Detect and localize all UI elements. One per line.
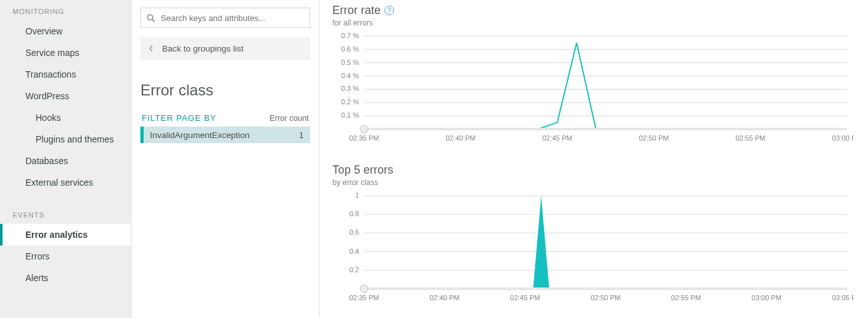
svg-text:1: 1 <box>355 191 359 199</box>
search-icon <box>146 13 156 23</box>
search-input[interactable] <box>161 13 304 23</box>
search-box[interactable] <box>140 8 310 28</box>
svg-text:02:55 PM: 02:55 PM <box>671 294 701 301</box>
chart2-ylabels: 0.20.40.60.81 <box>349 191 359 273</box>
sidebar-section-monitoring: MONITORING <box>0 1 131 20</box>
chart1-subtitle: for all errors <box>332 18 862 27</box>
error-count-label: Error count <box>269 114 309 123</box>
chart1-svg: 0.1 %0.2 %0.3 %0.4 %0.5 %0.6 %0.7 % 02:3… <box>332 31 853 146</box>
chevron-left-icon <box>148 45 154 52</box>
svg-text:03:05 PM: 03:05 PM <box>832 294 853 301</box>
svg-text:02:45 PM: 02:45 PM <box>542 134 572 142</box>
chart2-svg: 0.20.40.60.81 02:35 PM02:40 PM02:45 PM02… <box>332 191 853 305</box>
chart1-scrub-handle[interactable] <box>360 125 368 133</box>
svg-text:0.8: 0.8 <box>349 210 359 218</box>
svg-text:02:35 PM: 02:35 PM <box>349 134 379 142</box>
svg-text:02:35 PM: 02:35 PM <box>349 294 379 301</box>
back-label: Back to groupings list <box>162 44 243 53</box>
back-to-groupings-button[interactable]: Back to groupings list <box>140 37 310 60</box>
error-class-row[interactable]: InvalidArgumentException 1 <box>140 127 310 143</box>
filter-header: FILTER PAGE BY Error count <box>140 113 310 127</box>
svg-text:0.1 %: 0.1 % <box>341 111 359 119</box>
chart1-ylabels: 0.1 %0.2 %0.3 %0.4 %0.5 %0.6 %0.7 % <box>341 32 359 119</box>
sidebar-item-service-maps[interactable]: Service maps <box>0 42 131 64</box>
sidebar-item-wordpress[interactable]: WordPress <box>0 85 131 107</box>
sidebar-item-hooks[interactable]: Hooks <box>0 107 131 128</box>
chart2-xlabels: 02:35 PM02:40 PM02:45 PM02:50 PM02:55 PM… <box>349 294 853 301</box>
sidebar: MONITORING Overview Service maps Transac… <box>0 0 132 318</box>
svg-text:0.3 %: 0.3 % <box>341 85 359 92</box>
panel-title: Error class <box>140 81 310 99</box>
svg-text:0.2: 0.2 <box>349 266 359 273</box>
sidebar-item-overview[interactable]: Overview <box>0 20 131 42</box>
svg-text:03:00 PM: 03:00 PM <box>752 294 782 301</box>
sidebar-section-events: EVENTS <box>0 205 131 224</box>
chart2-grid <box>364 196 847 270</box>
filter-by-label: FILTER PAGE BY <box>142 113 217 123</box>
chart2-scrub-handle[interactable] <box>360 285 368 293</box>
chart1-xlabels: 02:35 PM02:40 PM02:45 PM02:50 PM02:55 PM… <box>349 134 853 142</box>
help-icon[interactable]: ? <box>384 6 394 15</box>
charts-panel: Error rate ? for all errors 0.1 %0.2 %0.… <box>320 0 868 318</box>
svg-text:03:00 PM: 03:00 PM <box>832 134 853 142</box>
sidebar-item-alerts[interactable]: Alerts <box>0 267 131 289</box>
chart2-title: Top 5 errors <box>332 163 393 177</box>
chart-error-rate: Error rate ? for all errors 0.1 %0.2 %0.… <box>332 4 862 146</box>
chart1-grid <box>364 36 847 116</box>
svg-text:02:50 PM: 02:50 PM <box>590 294 620 301</box>
sidebar-item-external-services[interactable]: External services <box>0 172 131 193</box>
svg-text:02:45 PM: 02:45 PM <box>510 294 540 301</box>
chart2-subtitle: by error class <box>332 178 862 187</box>
svg-text:02:55 PM: 02:55 PM <box>735 134 765 142</box>
svg-line-1 <box>152 19 154 22</box>
svg-text:0.6: 0.6 <box>349 228 359 236</box>
error-class-name: InvalidArgumentException <box>150 130 250 140</box>
svg-text:0.5 %: 0.5 % <box>341 59 359 66</box>
sidebar-item-transactions[interactable]: Transactions <box>0 64 131 85</box>
filter-panel: Back to groupings list Error class FILTE… <box>132 0 320 318</box>
sidebar-item-databases[interactable]: Databases <box>0 150 131 172</box>
chart1-title: Error rate <box>332 4 381 17</box>
svg-text:0.7 %: 0.7 % <box>341 32 359 39</box>
chart-top5-errors: Top 5 errors by error class 0.20.40.60.8… <box>332 163 862 305</box>
svg-text:02:50 PM: 02:50 PM <box>639 134 668 142</box>
chart1-series <box>364 43 847 129</box>
error-class-count: 1 <box>299 130 304 140</box>
svg-text:0.6 %: 0.6 % <box>341 45 359 53</box>
sidebar-item-plugins-themes[interactable]: Plugins and themes <box>0 128 131 150</box>
svg-point-0 <box>147 15 153 20</box>
svg-text:02:40 PM: 02:40 PM <box>430 294 459 301</box>
svg-text:0.2 %: 0.2 % <box>341 98 359 106</box>
sidebar-item-error-analytics[interactable]: Error analytics <box>0 224 131 245</box>
sidebar-item-errors[interactable]: Errors <box>0 245 131 267</box>
svg-text:02:40 PM: 02:40 PM <box>445 134 475 142</box>
svg-text:0.4: 0.4 <box>349 247 359 255</box>
chart2-series <box>364 196 847 289</box>
svg-text:0.4 %: 0.4 % <box>341 72 359 80</box>
